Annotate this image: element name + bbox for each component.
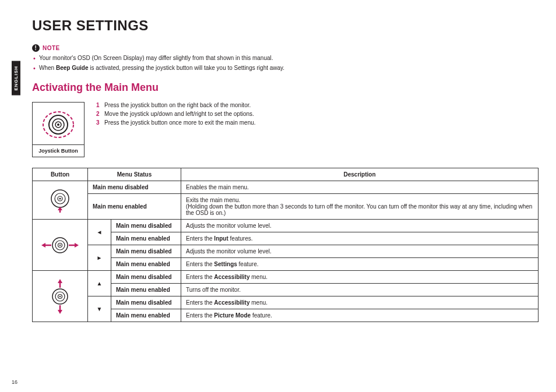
note-heading: ! NOTE [32,44,539,52]
button-cell-ud [33,271,88,322]
arrow-up-icon: ▲ [88,271,111,296]
svg-marker-24 [58,279,62,283]
desc-cell: Enables the main menu. [181,181,539,194]
desc-cell: Adjusts the monitor volume level. [181,220,539,232]
svg-point-22 [59,295,61,296]
step-item: 3Press the joystick button once more to … [96,119,256,126]
desc-cell: Enters the Accessibility menu. [181,296,539,309]
arrow-left-icon: ◄ [88,220,111,245]
arrow-down-icon: ▼ [88,296,111,322]
desc-cell: Exits the main menu. (Holding down the b… [181,194,539,220]
status-cell: Main menu disabled [88,181,181,194]
status-cell: Main menu enabled [111,232,181,245]
joystick-caption: Joystick Button [33,144,84,157]
joystick-updown-icon [47,277,73,316]
button-cell-lr [33,220,88,271]
status-cell: Main menu disabled [111,271,181,284]
table-row: Main menu disabled Enables the main menu… [33,181,539,194]
note-icon: ! [32,44,40,52]
table-row: ◄ Main menu disabled Adjusts the monitor… [33,220,539,232]
status-cell: Main menu enabled [111,309,181,322]
controls-table: Button Menu Status Description Main menu… [32,168,539,322]
section-title: Activating the Main Menu [32,82,539,94]
note-text: When [39,65,56,71]
svg-point-8 [59,197,61,199]
table-row: ▼ Main menu disabled Enters the Accessib… [33,296,539,309]
table-row: ► Main menu disabled Adjusts the monitor… [33,245,539,258]
desc-cell: Enters the Accessibility menu. [181,271,539,284]
status-cell: Main menu disabled [111,220,181,232]
step-text: Move the joystick up/down and left/right… [104,111,254,117]
th-button: Button [33,168,88,181]
step-item: 1Press the joystick button on the right … [96,102,256,108]
note-text: Your monitor's OSD (On Screen Display) m… [39,55,273,61]
note-bold: Beep Guide [56,65,89,71]
table-row: Main menu enabled Exits the main menu. (… [33,194,539,220]
step-text: Press the joystick button on the right b… [104,102,251,108]
svg-marker-18 [75,243,79,248]
note-label: NOTE [43,45,60,51]
status-cell: Main menu disabled [111,245,181,258]
desc-cell: Enters the Picture Mode feature. [181,309,539,322]
desc-cell: Adjusts the monitor volume level. [181,245,539,258]
svg-marker-26 [58,310,62,314]
steps-list: 1Press the joystick button on the right … [96,102,256,128]
joystick-diagram-icon [38,107,79,142]
page-title: USER SETTINGS [32,17,539,34]
joystick-press-icon [45,186,75,215]
arrow-right-icon: ► [88,245,111,271]
joystick-figure: Joystick Button [32,102,85,157]
step-text: Press the joystick button once more to e… [104,119,256,126]
note-item: When Beep Guide is activated, pressing t… [33,64,539,72]
status-cell: Main menu enabled [111,258,181,271]
note-text: is activated, pressing the joystick butt… [88,65,284,71]
table-row: ▲ Main menu disabled Enters the Accessib… [33,271,539,284]
status-cell: Main menu enabled [111,284,181,296]
th-description: Description [181,168,539,181]
note-block: ! NOTE Your monitor's OSD (On Screen Dis… [32,44,539,72]
step-item: 2Move the joystick up/down and left/righ… [96,111,256,117]
th-menu-status: Menu Status [88,168,181,181]
svg-marker-16 [41,243,45,248]
page-number: 16 [12,379,17,385]
button-cell-press [33,181,88,220]
svg-point-14 [59,244,61,245]
status-cell: Main menu enabled [88,194,181,220]
desc-cell: Enters the Input features. [181,232,539,245]
svg-point-4 [57,123,59,126]
joystick-leftright-icon [40,232,80,259]
status-cell: Main menu disabled [111,296,181,309]
language-tab: ENGLISH [12,61,20,96]
desc-cell: Turns off the monitor. [181,284,539,296]
desc-cell: Enters the Settings feature. [181,258,539,271]
note-item: Your monitor's OSD (On Screen Display) m… [33,54,539,62]
